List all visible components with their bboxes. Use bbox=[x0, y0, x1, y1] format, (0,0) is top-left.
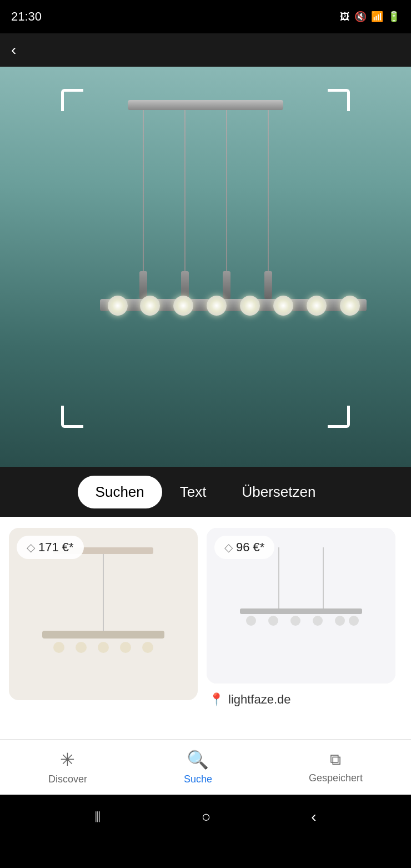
source-name: lightfaze.de bbox=[228, 692, 291, 707]
svg-rect-2 bbox=[42, 631, 164, 638]
svg-point-6 bbox=[120, 642, 131, 653]
recents-button[interactable]: ⦀ bbox=[94, 808, 101, 826]
search-results: ◇ 171 €* bbox=[0, 517, 411, 739]
svg-point-7 bbox=[142, 642, 153, 653]
svg-rect-10 bbox=[240, 608, 362, 614]
android-nav: ⦀ ○ ‹ bbox=[0, 795, 411, 839]
suche-label: Suche bbox=[184, 774, 212, 785]
svg-point-15 bbox=[335, 616, 345, 626]
wifi-icon: 📶 bbox=[371, 11, 383, 23]
photo-icon: 🖼 bbox=[340, 11, 350, 23]
result-card-1[interactable]: ◇ 171 €* bbox=[9, 528, 198, 700]
status-icons: 🖼 🔇 📶 🔋 bbox=[340, 11, 400, 23]
corner-bottom-right bbox=[328, 406, 350, 428]
lamp-svg-1 bbox=[20, 542, 187, 686]
price-label-2: 96 €* bbox=[236, 540, 264, 555]
corner-top-left bbox=[61, 89, 83, 111]
svg-point-3 bbox=[53, 642, 64, 653]
price-badge-1: ◇ 171 €* bbox=[17, 536, 84, 559]
corner-bottom-left bbox=[61, 406, 83, 428]
back-button[interactable]: ‹ bbox=[11, 41, 16, 59]
lamp-svg-2 bbox=[218, 542, 384, 670]
price-label-1: 171 €* bbox=[38, 540, 74, 555]
source-row: 📍 lightfaze.de bbox=[207, 688, 395, 711]
source-location-icon: 📍 bbox=[209, 692, 224, 707]
result-card-2[interactable]: ◇ 96 €* bbox=[207, 528, 395, 684]
camera-viewfinder bbox=[0, 67, 411, 467]
text-button[interactable]: Text bbox=[162, 476, 224, 508]
bottom-nav: ✳ Discover 🔍 Suche ⧉ Gespeichert bbox=[0, 739, 411, 795]
nav-item-discover[interactable]: ✳ Discover bbox=[37, 745, 98, 790]
back-nav-button[interactable]: ‹ bbox=[311, 808, 316, 826]
discover-icon: ✳ bbox=[60, 749, 75, 770]
svg-point-16 bbox=[349, 616, 359, 626]
nav-item-suche[interactable]: 🔍 Suche bbox=[173, 745, 223, 790]
svg-point-12 bbox=[268, 616, 278, 626]
uebersetzen-button[interactable]: Übersetzen bbox=[224, 476, 333, 508]
price-icon-2: ◇ bbox=[224, 541, 233, 554]
suche-icon: 🔍 bbox=[187, 749, 209, 770]
svg-point-4 bbox=[76, 642, 87, 653]
battery-icon: 🔋 bbox=[388, 11, 400, 23]
card-2-container: ◇ 96 €* 📍 lightfaze.de bbox=[207, 528, 395, 728]
status-time: 21:30 bbox=[11, 9, 42, 24]
gespeichert-label: Gespeichert bbox=[309, 772, 363, 784]
price-icon-1: ◇ bbox=[27, 541, 35, 554]
svg-point-13 bbox=[290, 616, 300, 626]
scan-overlay bbox=[61, 89, 350, 428]
gespeichert-icon: ⧉ bbox=[330, 751, 341, 769]
home-button[interactable]: ○ bbox=[202, 808, 211, 826]
discover-label: Discover bbox=[48, 774, 87, 785]
price-badge-2: ◇ 96 €* bbox=[214, 536, 274, 559]
status-bar: 21:30 🖼 🔇 📶 🔋 bbox=[0, 0, 411, 33]
corner-top-right bbox=[328, 89, 350, 111]
vibrate-icon: 🔇 bbox=[354, 11, 367, 23]
suchen-button[interactable]: Suchen bbox=[78, 476, 162, 508]
nav-bar: ‹ bbox=[0, 33, 411, 67]
svg-point-14 bbox=[313, 616, 323, 626]
svg-point-11 bbox=[246, 616, 256, 626]
action-bar: Suchen Text Übersetzen bbox=[0, 467, 411, 517]
svg-point-5 bbox=[98, 642, 109, 653]
nav-item-gespeichert[interactable]: ⧉ Gespeichert bbox=[298, 746, 374, 789]
